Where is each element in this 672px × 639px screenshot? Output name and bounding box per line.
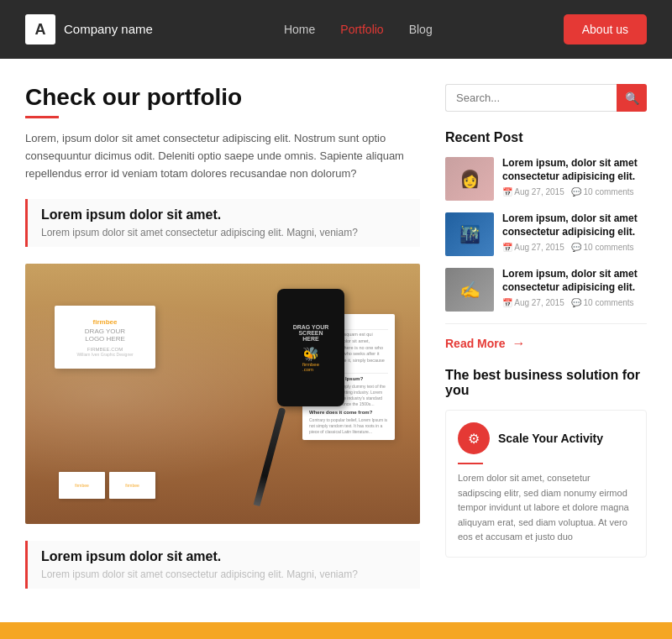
about-button[interactable]: About us bbox=[564, 14, 647, 45]
post-title-3: Lorem ipsum, dolor sit amet consectetur … bbox=[502, 268, 647, 294]
post-thumb-2: 🌃 bbox=[445, 212, 494, 256]
logo-area: A Company name bbox=[25, 14, 153, 45]
biz-card-2: firmbee bbox=[109, 472, 155, 499]
recent-post-heading: Recent Post bbox=[445, 130, 647, 145]
gear-icon: ⚙ bbox=[468, 431, 480, 447]
main-nav: Home Portfolio Blog bbox=[284, 23, 433, 36]
read-more-label: Read More bbox=[445, 337, 506, 350]
business-card-text: Lorem dolor sit amet, consetetur sadipsc… bbox=[458, 471, 634, 545]
left-column: Check our portfolio Lorem, ipsum dolor s… bbox=[25, 84, 420, 605]
footer: 🐝 Firmbee HTML5 S ⓘ bbox=[0, 622, 672, 639]
business-cards-small: firmbee firmbee bbox=[59, 472, 155, 499]
intro-text: Lorem, ipsum dolor sit amet consectetur … bbox=[25, 130, 420, 182]
post-meta-1: 📅 Aug 27, 2015 💬 10 comments bbox=[502, 187, 647, 196]
right-sidebar: 🔍 Recent Post 👩 Lorem ipsum, dolor sit a… bbox=[445, 84, 647, 605]
quote-text-2: Lorem ipsum dolor sit amet consectetur a… bbox=[41, 568, 407, 580]
read-more-link[interactable]: Read More → bbox=[445, 323, 647, 351]
card-stack: firmbee DRAG YOURLOGO HERE FIRMBEE.COM W… bbox=[55, 306, 155, 369]
phone-mockup: DRAG YOURSCREENHERE 🐝 firmbee.com bbox=[277, 289, 344, 406]
post-thumb-1: 👩 bbox=[445, 157, 494, 201]
logo-icon: A bbox=[25, 14, 55, 45]
search-box: 🔍 bbox=[445, 84, 647, 112]
quote-text-1: Lorem ipsum dolor sit amet consectetur a… bbox=[41, 227, 407, 238]
read-more-arrow-icon: → bbox=[512, 336, 526, 351]
quote-heading-1: Lorem ipsum dolor sit amet. bbox=[41, 207, 407, 223]
business-card-title: Scale Your Activity bbox=[498, 432, 603, 445]
title-underline bbox=[25, 116, 59, 118]
quote-heading-2: Lorem ipsum dolor sit amet. bbox=[41, 549, 407, 564]
page-title: Check our portfolio bbox=[25, 84, 420, 111]
post-item-3: ✍️ Lorem ipsum, dolor sit amet consectet… bbox=[445, 268, 647, 312]
main-container: Check our portfolio Lorem, ipsum dolor s… bbox=[0, 59, 672, 605]
post-item-1: 👩 Lorem ipsum, dolor sit amet consectetu… bbox=[445, 157, 647, 201]
best-business-title: The best business solution for you bbox=[445, 368, 647, 398]
header: A Company name Home Portfolio Blog About… bbox=[0, 0, 672, 59]
nav-home[interactable]: Home bbox=[284, 23, 315, 36]
mockup-scene: firmbee DRAG YOURLOGO HERE FIRMBEE.COM W… bbox=[25, 264, 420, 524]
company-name: Company name bbox=[64, 22, 153, 37]
post-info-1: Lorem ipsum, dolor sit amet consectetur … bbox=[502, 157, 647, 196]
post-thumb-3: ✍️ bbox=[445, 268, 494, 312]
search-button[interactable]: 🔍 bbox=[617, 84, 647, 112]
portfolio-image: firmbee DRAG YOURLOGO HERE FIRMBEE.COM W… bbox=[25, 264, 420, 524]
quote-block-bottom: Lorem ipsum dolor sit amet. Lorem ipsum … bbox=[25, 541, 420, 589]
post-info-2: Lorem ipsum, dolor sit amet consectetur … bbox=[502, 212, 647, 252]
quote-block-top: Lorem ipsum dolor sit amet. Lorem ipsum … bbox=[25, 199, 420, 247]
post-info-3: Lorem ipsum, dolor sit amet consectetur … bbox=[502, 268, 647, 307]
nav-portfolio[interactable]: Portfolio bbox=[340, 23, 383, 36]
business-icon: ⚙ bbox=[458, 422, 490, 454]
business-card-underline bbox=[458, 463, 483, 464]
business-card-header: ⚙ Scale Your Activity bbox=[458, 422, 634, 454]
post-title-2: Lorem ipsum, dolor sit amet consectetur … bbox=[502, 212, 647, 238]
post-meta-3: 📅 Aug 27, 2015 💬 10 comments bbox=[502, 298, 647, 307]
biz-card-1: firmbee bbox=[59, 472, 105, 499]
pen-mockup bbox=[254, 407, 286, 506]
business-card: ⚙ Scale Your Activity Lorem dolor sit am… bbox=[445, 410, 647, 558]
nav-blog[interactable]: Blog bbox=[409, 23, 433, 36]
post-title-1: Lorem ipsum, dolor sit amet consectetur … bbox=[502, 157, 647, 183]
post-item-2: 🌃 Lorem ipsum, dolor sit amet consectetu… bbox=[445, 212, 647, 256]
post-meta-2: 📅 Aug 27, 2015 💬 10 comments bbox=[502, 243, 647, 252]
search-input[interactable] bbox=[445, 84, 617, 112]
